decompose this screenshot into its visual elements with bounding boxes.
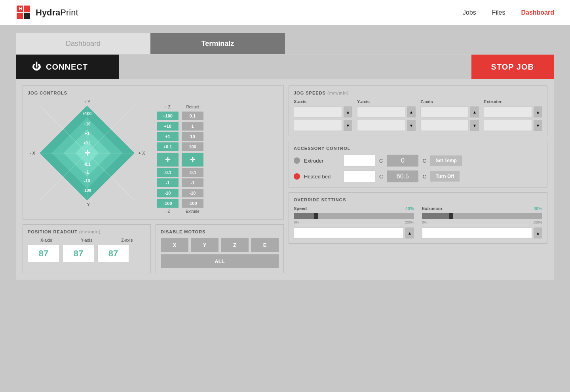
extrusion-slider-thumb[interactable]: [449, 213, 453, 219]
speed-x-arrow2[interactable]: ▼: [344, 120, 352, 131]
z-btn-minus100[interactable]: -100: [157, 199, 179, 208]
motor-btn-z[interactable]: Z: [221, 238, 249, 252]
extruder-input[interactable]: [344, 155, 375, 167]
speed-z-input1[interactable]: [420, 106, 469, 117]
jog-controls-section: JOG CONTROLS + Y - X: [23, 85, 284, 220]
extrude-btn-minus100[interactable]: -100: [182, 199, 203, 208]
motor-btn-all[interactable]: ALL: [161, 254, 279, 268]
pos-axis-labels: X-axis Y-axis Z-axis: [28, 238, 146, 242]
jog-pad-svg: +100 +10 +1 +0.1 ✛ -0.1 -1: [40, 106, 135, 201]
heated-bed-label: Heated bed: [304, 174, 340, 180]
svg-text:-100: -100: [83, 188, 91, 193]
retract-btn-01[interactable]: 0.1: [182, 112, 203, 120]
retract-btn-10[interactable]: 10: [182, 132, 203, 141]
jog-pad-wrapper: + Y - X: [28, 99, 146, 207]
heated-bed-turn-off-button[interactable]: Turn Off: [430, 171, 460, 182]
extrude-btn-minus10[interactable]: -10: [182, 189, 203, 197]
speed-z-input-top: ▲: [420, 106, 479, 117]
nav-files[interactable]: Files: [492, 9, 505, 16]
accessory-control-section: ACCESSORY CONTROL Extruder C 0 C Set Tem…: [289, 141, 547, 187]
extrude-btn-minus01[interactable]: -0.1: [182, 168, 203, 177]
speed-z-arrow2[interactable]: ▼: [470, 120, 479, 131]
extrusion-override-input[interactable]: [422, 227, 532, 239]
svg-text:-1: -1: [86, 170, 89, 174]
svg-text:✛: ✛: [84, 149, 90, 157]
nav-dashboard[interactable]: Dashboard: [521, 9, 554, 16]
motor-btn-y[interactable]: Y: [191, 238, 218, 252]
logo-icon: H: [16, 5, 32, 21]
speed-z-input2[interactable]: [420, 120, 469, 131]
extrude-btn-minus1[interactable]: -1: [182, 178, 203, 187]
tab-terminalz[interactable]: Terminalz: [150, 33, 285, 54]
speed-override-arrow[interactable]: ▲: [405, 227, 414, 239]
speed-z-arrow1[interactable]: ▲: [470, 106, 479, 117]
jog-label-pos-y: + Y: [28, 99, 146, 104]
speed-extruder-arrow2[interactable]: ▼: [534, 120, 542, 131]
extrusion-slider-track[interactable]: [422, 213, 542, 219]
speed-extruder-input1[interactable]: [484, 106, 532, 117]
speed-extruder-input2[interactable]: [484, 120, 532, 131]
retract-btn-1[interactable]: 1: [182, 122, 203, 131]
speed-z-input-bottom: ▼: [420, 120, 479, 131]
z-btn-plus100[interactable]: +100: [157, 112, 179, 120]
z-btn-minus10[interactable]: -10: [157, 189, 179, 197]
power-icon: ⏻: [32, 62, 41, 72]
speed-slider-track[interactable]: [294, 213, 414, 219]
speed-slider-thumb[interactable]: [314, 213, 318, 219]
speed-extruder-input-top: ▲: [484, 106, 542, 117]
nav-jobs[interactable]: Jobs: [463, 9, 476, 16]
z-btn-minus01[interactable]: -0.1: [157, 168, 179, 177]
retract-label-top: Retract: [182, 105, 203, 109]
pos-z-value: 87: [97, 245, 129, 262]
motor-btn-e[interactable]: E: [251, 238, 279, 252]
speed-extruder-input-bottom: ▼: [484, 120, 542, 131]
speed-col-y: Y-axis ▲ ▼: [357, 99, 416, 131]
heated-bed-input[interactable]: [344, 170, 375, 182]
extruder-temp-display: 0: [387, 155, 418, 167]
override-speed-pct: 40%: [405, 206, 414, 211]
speed-z-label: Z-axis: [420, 99, 479, 104]
dashboard-panel: ⏻ CONNECT STOP JOB JOG CONTROLS: [16, 54, 554, 280]
pos-y-value: 87: [63, 245, 94, 262]
speed-extruder-arrow1[interactable]: ▲: [534, 106, 542, 117]
speed-y-input1[interactable]: [357, 106, 405, 117]
z-btn-plus10[interactable]: +10: [157, 122, 179, 131]
position-readout-section: POSITION READOUT (mm/min) X-axis Y-axis …: [23, 224, 151, 273]
speed-override-input[interactable]: [294, 227, 404, 239]
heated-bed-temp-display: 60.5: [387, 170, 418, 182]
tab-dashboard[interactable]: Dashboard: [16, 33, 150, 54]
z-retract-wrapper: + Z +100 +10 +1 +0.1 ✛ -0.1 -1 -10 -10: [157, 105, 203, 214]
speed-input-row: ▲: [294, 227, 414, 239]
stop-job-button[interactable]: STOP JOB: [471, 55, 554, 79]
retract-btn-100[interactable]: 100: [182, 142, 203, 151]
heated-bed-status-dot: [294, 173, 300, 180]
z-btn-plus1[interactable]: +1: [157, 132, 179, 141]
speed-y-input-top: ▲: [357, 106, 416, 117]
extruder-row: Extruder C 0 C Set Temp: [294, 155, 542, 167]
extrusion-override-arrow[interactable]: ▲: [534, 227, 542, 239]
connect-button[interactable]: ⏻ CONNECT: [16, 55, 119, 79]
speed-y-input2[interactable]: [357, 120, 405, 131]
speed-y-arrow1[interactable]: ▲: [407, 106, 416, 117]
speeds-grid: X-axis ▲ ▼ Y-axis: [294, 99, 542, 131]
z-btn-plus01[interactable]: +0.1: [157, 142, 179, 151]
z-btn-center[interactable]: ✛: [157, 153, 179, 167]
speed-y-label: Y-axis: [357, 99, 416, 104]
retract-btn-center[interactable]: ✛: [182, 153, 203, 167]
extruder-set-temp-button[interactable]: Set Temp: [430, 155, 462, 166]
z-btn-minus1[interactable]: -1: [157, 178, 179, 187]
speed-y-input-bottom: ▼: [357, 120, 416, 131]
speed-y-arrow2[interactable]: ▼: [407, 120, 416, 131]
speed-x-arrow1[interactable]: ▲: [344, 106, 352, 117]
svg-rect-3: [24, 13, 30, 19]
nav-links: Jobs Files Dashboard: [463, 9, 554, 16]
motor-btn-x[interactable]: X: [161, 238, 188, 252]
speed-x-input1[interactable]: [294, 106, 342, 117]
speed-x-input2[interactable]: [294, 120, 342, 131]
z-column: + Z +100 +10 +1 +0.1 ✛ -0.1 -1 -10 -10: [157, 105, 179, 214]
heated-bed-unit: C: [379, 174, 383, 180]
speed-extruder-label: Extruder: [484, 99, 542, 104]
override-row: Speed 40% 0% 200%: [294, 206, 542, 239]
disable-motors-section: DISABLE MOTORS X Y Z E ALL: [156, 224, 284, 273]
heated-bed-row: Heated bed C 60.5 C Turn Off: [294, 170, 542, 182]
